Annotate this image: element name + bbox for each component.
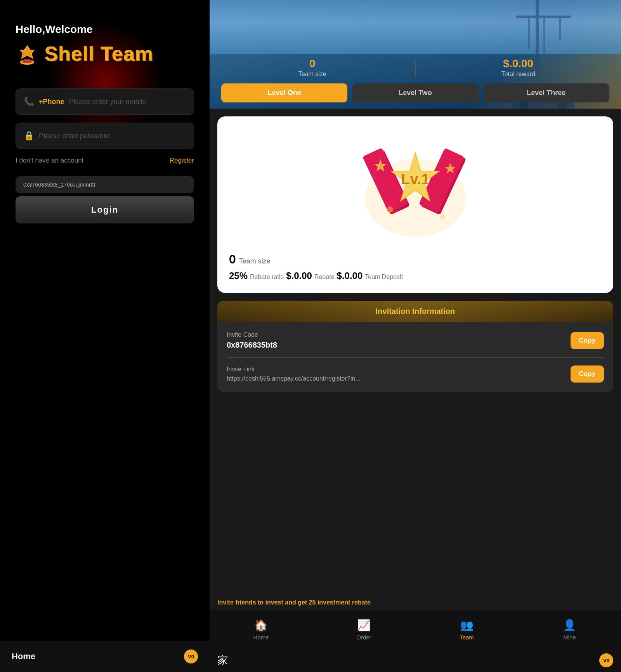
ticker-bar: Invite friends to invest and get 25 inve…	[210, 595, 621, 610]
deposit-amount: $.0.00	[337, 270, 363, 281]
copy-code-button[interactable]: Copy	[571, 332, 604, 349]
total-reward-label: Total reward	[416, 71, 621, 78]
phone-icon: 📞	[24, 97, 34, 107]
svg-rect-3	[516, 16, 571, 18]
home-nav-label: Home	[253, 634, 269, 641]
phone-prefix-label: +Phone	[39, 98, 64, 106]
shell-logo-icon	[16, 42, 39, 65]
team-size-value: 0	[210, 57, 415, 70]
left-panel: Hello,Welcome Shell Team 📞 +Phone 🔒 I do…	[0, 0, 210, 672]
invite-link-value: https://ceshi555.amspay.cc/account/regis…	[227, 375, 571, 382]
nav-item-home[interactable]: 🏠 Home	[210, 619, 312, 641]
no-account-text: I don't have an account	[16, 157, 83, 165]
right-bottom-bar: 家 V0	[210, 649, 621, 672]
bottom-nav: 🏠 Home 📈 Order 👥 Team 👤 Mine	[210, 610, 621, 649]
rebate-row: 25% Rebate ratio $.0.00 Rebate $.0.00 Te…	[229, 270, 602, 281]
svg-rect-4	[528, 18, 530, 49]
rebate-amount: $.0.00	[286, 270, 312, 281]
invite-link-row: Invite Link https://ceshi555.amspay.cc/a…	[227, 365, 604, 383]
nav-item-mine[interactable]: 👤 Mine	[518, 619, 621, 641]
brand-row: Shell Team	[16, 42, 194, 65]
nav-item-team[interactable]: 👥 Team	[415, 619, 518, 641]
invitation-title: Invitation Information	[376, 307, 455, 315]
level-one-tab[interactable]: Level One	[221, 83, 347, 102]
medal-team-size-label: Team size	[239, 257, 271, 265]
rebate-pct: 25%	[229, 270, 248, 281]
mine-nav-label: Mine	[563, 634, 576, 641]
frosted-text: 0x8766835bt8_2766Jujnnnrttt	[23, 182, 95, 188]
total-reward-value: $.0.00	[416, 57, 621, 70]
medal-image: Lv.1	[353, 128, 477, 244]
deposit-label: Team Deposit	[365, 274, 403, 281]
invite-link-label: Invite Link	[227, 366, 571, 373]
total-reward-stat: $.0.00 Total reward	[416, 57, 621, 78]
rebate-ratio-label: Rebate ratio	[250, 274, 284, 281]
team-size-row: 0 Team size	[229, 252, 602, 267]
greeting-text: Hello,Welcome	[16, 23, 194, 36]
invite-link-field: Invite Link https://ceshi555.amspay.cc/a…	[227, 366, 571, 382]
right-v0-badge: V0	[599, 653, 613, 667]
svg-point-20	[387, 206, 393, 213]
brand-name-text: Shell Team	[44, 42, 153, 65]
medal-team-size-num: 0	[229, 252, 236, 267]
svg-text:Lv.1: Lv.1	[401, 171, 429, 187]
v0-badge: V0	[184, 649, 198, 663]
password-input[interactable]	[39, 132, 186, 140]
home-nav-icon: 🏠	[254, 619, 268, 632]
phone-input-field: 📞 +Phone	[16, 88, 194, 115]
order-nav-icon: 📈	[357, 619, 371, 632]
mine-nav-icon: 👤	[563, 619, 576, 632]
password-input-field: 🔒	[16, 123, 194, 149]
level-tabs-container: Level One Level Two Level Three	[210, 83, 621, 102]
team-nav-label: Team	[460, 634, 474, 641]
medal-stats: 0 Team size 25% Rebate ratio $.0.00 Reba…	[229, 252, 602, 281]
invitation-body: Invite Code 0x8766835bt8 Copy Invite Lin…	[217, 322, 613, 392]
team-size-stat: 0 Team size	[210, 57, 415, 78]
invite-code-label: Invite Code	[227, 331, 571, 338]
account-row: I don't have an account Register	[16, 157, 194, 165]
register-link[interactable]: Register	[170, 157, 194, 165]
level-two-tab[interactable]: Level Two	[352, 83, 478, 102]
invite-divider	[227, 357, 604, 358]
hero-background: 0 Team size $.0.00 Total reward Level On…	[210, 0, 621, 109]
phone-input[interactable]	[69, 98, 186, 106]
login-button[interactable]: Login	[16, 196, 194, 223]
lock-icon: 🔒	[24, 131, 34, 141]
invite-code-value: 0x8766835bt8	[227, 341, 571, 350]
invitation-header: Invitation Information	[217, 301, 613, 322]
invitation-card: Invitation Information Invite Code 0x876…	[217, 301, 613, 392]
left-bottom-bar: Home V0	[0, 641, 210, 672]
right-content: Lv.1 0 Team size 25% Rebate ratio	[210, 109, 621, 595]
copy-link-button[interactable]: Copy	[571, 365, 604, 383]
ticker-text: Invite friends to invest and get 25 inve…	[217, 599, 371, 606]
medal-card: Lv.1 0 Team size 25% Rebate ratio	[217, 116, 613, 293]
frosted-banner: 0x8766835bt8_2766Jujnnnrttt	[16, 176, 194, 193]
right-panel: 0 Team size $.0.00 Total reward Level On…	[210, 0, 621, 672]
invite-code-row: Invite Code 0x8766835bt8 Copy	[227, 331, 604, 350]
svg-rect-6	[559, 18, 561, 41]
team-size-label: Team size	[210, 71, 415, 78]
chinese-char: 家	[217, 653, 228, 668]
team-nav-icon: 👥	[460, 619, 474, 632]
login-form: 📞 +Phone 🔒	[16, 88, 194, 149]
order-nav-label: Order	[356, 634, 371, 641]
nav-item-order[interactable]: 📈 Order	[312, 619, 415, 641]
stats-row: 0 Team size $.0.00 Total reward	[210, 57, 621, 78]
svg-point-21	[440, 215, 445, 220]
rebate-label: Rebate	[314, 274, 335, 281]
svg-point-1	[22, 59, 33, 63]
left-home-label: Home	[12, 651, 35, 662]
invite-code-field: Invite Code 0x8766835bt8	[227, 331, 571, 350]
level-three-tab[interactable]: Level Three	[483, 83, 609, 102]
medal-image-area: Lv.1	[229, 128, 602, 244]
